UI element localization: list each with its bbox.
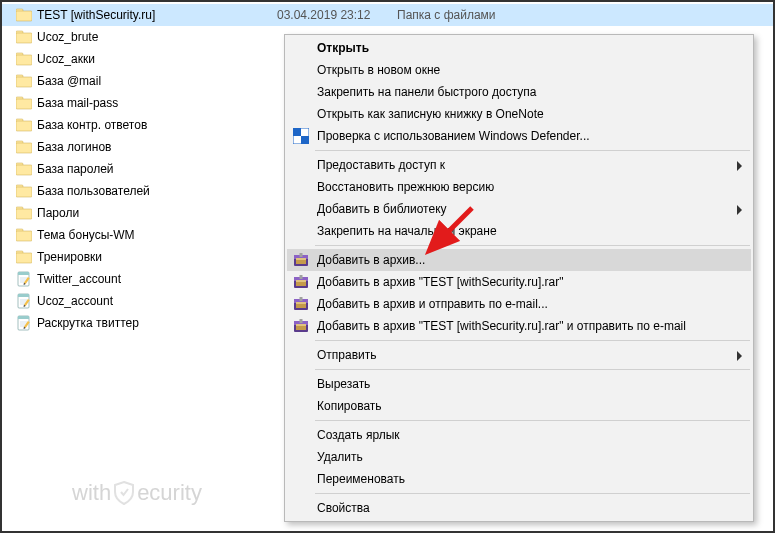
menu-item[interactable]: Добавить в архив... <box>287 249 751 271</box>
menu-separator <box>315 493 750 494</box>
file-row[interactable]: TEST [withSecurity.ru]03.04.2019 23:12Па… <box>2 4 773 26</box>
file-name: TEST [withSecurity.ru] <box>37 8 277 22</box>
file-name: Ucoz_account <box>37 294 277 308</box>
menu-separator <box>315 340 750 341</box>
menu-item[interactable]: Предоставить доступ к <box>287 154 751 176</box>
folder-icon <box>16 183 32 199</box>
menu-item-label: Открыть <box>317 41 369 55</box>
folder-icon <box>16 249 32 265</box>
note-icon <box>16 271 32 287</box>
file-name: База mail-pass <box>37 96 277 110</box>
file-type: Папка с файлами <box>397 8 496 22</box>
menu-item[interactable]: Свойства <box>287 497 751 519</box>
menu-item-label: Добавить в архив "TEST [withSecurity.ru]… <box>317 319 686 333</box>
menu-item-label: Отправить <box>317 348 377 362</box>
menu-item-label: Копировать <box>317 399 382 413</box>
folder-icon <box>16 205 32 221</box>
menu-item-label: Закрепить на панели быстрого доступа <box>317 85 537 99</box>
file-name: Тема бонусы-WM <box>37 228 277 242</box>
menu-item[interactable]: Отправить <box>287 344 751 366</box>
file-name: База контр. ответов <box>37 118 277 132</box>
winrar-icon <box>293 274 309 290</box>
menu-item[interactable]: Вырезать <box>287 373 751 395</box>
file-name: Ucoz_brute <box>37 30 277 44</box>
submenu-arrow-icon <box>737 204 743 218</box>
menu-item[interactable]: Удалить <box>287 446 751 468</box>
menu-item-label: Удалить <box>317 450 363 464</box>
file-name: Тренировки <box>37 250 277 264</box>
menu-item[interactable]: Добавить в библиотеку <box>287 198 751 220</box>
winrar-icon <box>293 318 309 334</box>
folder-icon <box>16 227 32 243</box>
menu-item[interactable]: Добавить в архив и отправить по e-mail..… <box>287 293 751 315</box>
menu-item[interactable]: Открыть <box>287 37 751 59</box>
menu-item[interactable]: Переименовать <box>287 468 751 490</box>
menu-item[interactable]: Восстановить прежнюю версию <box>287 176 751 198</box>
menu-item-label: Предоставить доступ к <box>317 158 445 172</box>
winrar-icon <box>293 252 309 268</box>
menu-item-label: Открыть как записную книжку в OneNote <box>317 107 544 121</box>
menu-separator <box>315 245 750 246</box>
menu-separator <box>315 150 750 151</box>
file-name: Раскрутка твиттер <box>37 316 277 330</box>
menu-item-label: Переименовать <box>317 472 405 486</box>
menu-item-label: Восстановить прежнюю версию <box>317 180 494 194</box>
folder-icon <box>16 29 32 45</box>
menu-item-label: Создать ярлык <box>317 428 400 442</box>
folder-icon <box>16 73 32 89</box>
menu-item[interactable]: Закрепить на панели быстрого доступа <box>287 81 751 103</box>
file-name: База логинов <box>37 140 277 154</box>
watermark: withecurity <box>72 480 202 506</box>
menu-item-label: Закрепить на начальном экране <box>317 224 497 238</box>
menu-item[interactable]: Добавить в архив "TEST [withSecurity.ru]… <box>287 315 751 337</box>
menu-item[interactable]: Закрепить на начальном экране <box>287 220 751 242</box>
file-name: Ucoz_акки <box>37 52 277 66</box>
file-name: Twitter_account <box>37 272 277 286</box>
defender-icon <box>293 128 309 144</box>
menu-item-label: Свойства <box>317 501 370 515</box>
file-name: База пользователей <box>37 184 277 198</box>
submenu-arrow-icon <box>737 160 743 174</box>
menu-item-label: Добавить в архив и отправить по e-mail..… <box>317 297 548 311</box>
note-icon <box>16 293 32 309</box>
file-name: База @mail <box>37 74 277 88</box>
context-menu: ОткрытьОткрыть в новом окнеЗакрепить на … <box>284 34 754 522</box>
menu-item[interactable]: Открыть как записную книжку в OneNote <box>287 103 751 125</box>
folder-icon <box>16 139 32 155</box>
menu-item[interactable]: Копировать <box>287 395 751 417</box>
folder-icon <box>16 161 32 177</box>
menu-item-label: Вырезать <box>317 377 370 391</box>
menu-item[interactable]: Добавить в архив "TEST [withSecurity.ru]… <box>287 271 751 293</box>
file-name: Пароли <box>37 206 277 220</box>
menu-item-label: Проверка с использованием Windows Defend… <box>317 129 590 143</box>
menu-separator <box>315 369 750 370</box>
folder-icon <box>16 51 32 67</box>
menu-item[interactable]: Открыть в новом окне <box>287 59 751 81</box>
menu-item[interactable]: Проверка с использованием Windows Defend… <box>287 125 751 147</box>
folder-icon <box>16 95 32 111</box>
menu-item-label: Добавить в библиотеку <box>317 202 447 216</box>
menu-item-label: Добавить в архив... <box>317 253 425 267</box>
menu-item-label: Добавить в архив "TEST [withSecurity.ru]… <box>317 275 563 289</box>
submenu-arrow-icon <box>737 350 743 364</box>
winrar-icon <box>293 296 309 312</box>
menu-item-label: Открыть в новом окне <box>317 63 440 77</box>
file-date: 03.04.2019 23:12 <box>277 8 397 22</box>
menu-item[interactable]: Создать ярлык <box>287 424 751 446</box>
file-name: База паролей <box>37 162 277 176</box>
folder-icon <box>16 7 32 23</box>
folder-icon <box>16 117 32 133</box>
menu-separator <box>315 420 750 421</box>
note-icon <box>16 315 32 331</box>
